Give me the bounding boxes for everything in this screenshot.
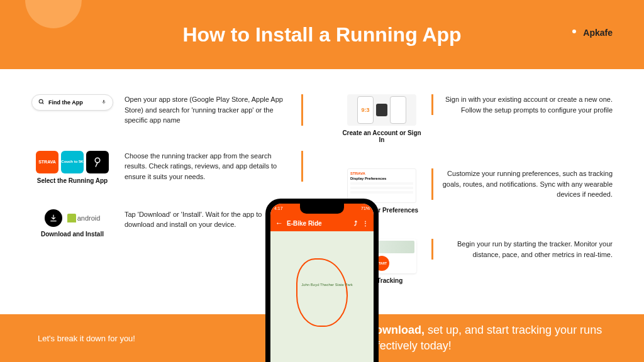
phone-mockup: 4:17 71% ← E-Bike Ride ⤴ ⋮ John Boyd Tha…: [265, 199, 379, 362]
step-prefs: STRAVA Display Preferences Set Up Your P…: [341, 168, 613, 214]
footer-right: Download, set up, and start tracking you…: [367, 322, 606, 354]
prefs-row: [350, 182, 413, 185]
search-pill: Find the App: [31, 94, 113, 111]
step-prefs-desc: Customize your running preferences, such…: [431, 168, 613, 200]
android-icon: [67, 214, 76, 222]
svg-line-1: [42, 102, 43, 104]
search-visual: Find the App: [31, 94, 113, 111]
header: How to Install a Running App Apkafe: [0, 0, 644, 69]
prefs-row: [350, 187, 413, 189]
download-icon: [45, 209, 62, 227]
phone-appbar: ← E-Bike Ride ⤴ ⋮: [270, 215, 374, 231]
app-icons-row: STRAVA Couch to 5K: [36, 151, 109, 173]
step-tracking-desc: Begin your run by starting the tracker. …: [431, 239, 613, 260]
android-badge: android: [67, 214, 101, 222]
step-select-label: Select the Running App: [37, 177, 108, 184]
couch-icon: Couch to 5K: [61, 151, 84, 173]
svg-point-0: [39, 99, 43, 103]
mock-watch: [376, 104, 387, 116]
step-account-label: Create an Account or Sign In: [341, 129, 423, 143]
step-account: 9:3 Create an Account or Sign In Sign in…: [341, 94, 613, 143]
prefs-brand: STRAVA: [350, 172, 413, 175]
mock-phone-right: [390, 96, 406, 124]
phone-notch: [300, 204, 344, 214]
prefs-row: [350, 191, 413, 194]
step-select-desc: Choose the running tracker app from the …: [125, 151, 303, 182]
decor-circle: [25, 0, 82, 28]
step-find: Find the App Open your app store (Google…: [31, 94, 303, 126]
select-visual: STRAVA Couch to 5K Select the Running Ap…: [31, 151, 113, 184]
download-icons: android: [45, 209, 101, 227]
menu-icon: ⋮: [362, 220, 369, 227]
brand-name: Apkafe: [583, 28, 613, 38]
step-account-desc: Sign in with your existing account or cr…: [431, 94, 613, 115]
android-text: android: [77, 214, 101, 222]
footer-left: Let's break it down for you!: [38, 334, 135, 343]
svg-line-5: [96, 162, 97, 167]
step-download-label: Download and Install: [41, 231, 104, 238]
peloton-icon: [86, 151, 109, 173]
back-icon: ←: [275, 219, 283, 228]
phone-title: E-Bike Ride: [287, 220, 322, 227]
step-find-desc: Open your app store (Google Play Store, …: [125, 94, 303, 126]
page-title: How to Install a Running App: [182, 23, 461, 47]
prefs-mock: STRAVA Display Preferences: [347, 168, 416, 203]
step-download: android Download and Install Tap 'Downlo…: [31, 209, 303, 238]
mock-phone-left: 9:3: [357, 96, 374, 124]
download-visual: android Download and Install: [31, 209, 113, 238]
search-icon: [38, 99, 45, 106]
phone-screen: 4:17 71% ← E-Bike Ride ⤴ ⋮ John Boyd Tha…: [270, 204, 374, 362]
prefs-panel-title: Display Preferences: [350, 177, 413, 180]
account-visual: 9:3 Create an Account or Sign In: [341, 94, 423, 143]
share-icon: ⤴: [354, 220, 357, 227]
phone-map: John Boyd Thacher State Park: [270, 231, 374, 362]
svg-point-4: [95, 158, 100, 163]
step-tracking: START Start Tracking Begin your run by s…: [341, 239, 613, 284]
devices-mock: 9:3: [347, 94, 416, 126]
right-column: 9:3 Create an Account or Sign In Sign in…: [341, 94, 613, 314]
step-select: STRAVA Couch to 5K Select the Running Ap…: [31, 151, 303, 184]
park-label: John Boyd Thacher State Park: [301, 283, 353, 287]
route-path: [296, 258, 348, 327]
strava-icon: STRAVA: [36, 151, 58, 173]
brand-logo: Apkafe: [569, 28, 613, 38]
phone-actions: ⤴ ⋮: [354, 220, 369, 227]
search-text: Find the App: [48, 99, 83, 106]
mic-icon: [101, 99, 106, 106]
brand-icon: [569, 28, 579, 38]
svg-rect-2: [103, 100, 104, 102]
left-column: Find the App Open your app store (Google…: [31, 94, 303, 314]
status-battery: 71%: [361, 206, 370, 212]
status-time: 4:17: [274, 206, 283, 212]
